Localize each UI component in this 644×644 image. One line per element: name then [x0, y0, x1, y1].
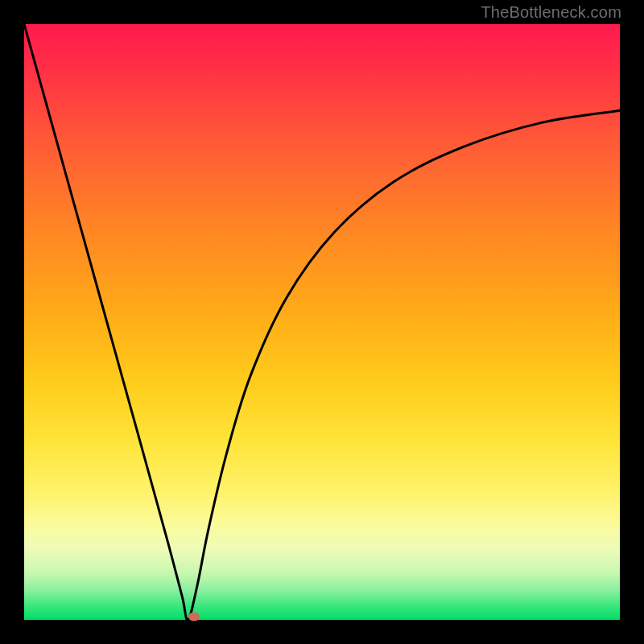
chart-frame: TheBottleneck.com	[0, 0, 644, 644]
bottleneck-curve	[24, 24, 620, 620]
optimal-point-marker	[188, 613, 200, 621]
watermark-text: TheBottleneck.com	[481, 3, 621, 22]
plot-area	[24, 24, 620, 620]
